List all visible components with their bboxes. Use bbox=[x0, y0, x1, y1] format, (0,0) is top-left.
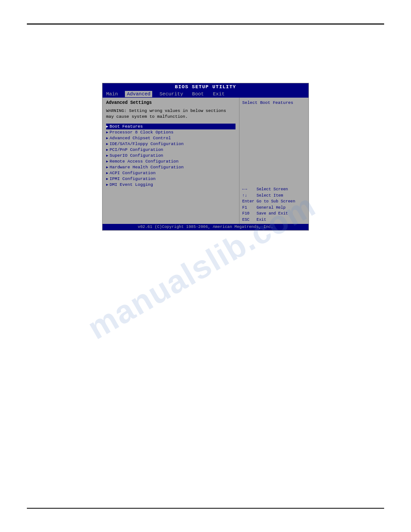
warning-line1: WARNING: Setting wrong values in below s… bbox=[106, 108, 226, 113]
menu-boot[interactable]: Boot bbox=[190, 91, 206, 97]
key-row-select-item: ↑↓ Select Item bbox=[242, 193, 306, 199]
list-item-superio[interactable]: ► SuperIO Configuration bbox=[106, 153, 235, 159]
key-arrows: ←→ bbox=[242, 187, 255, 193]
page: BIOS SETUP UTILITY Main Advanced Securit… bbox=[0, 0, 411, 532]
key-desc-f1: General Help bbox=[257, 205, 286, 211]
list-item-label: SuperIO Configuration bbox=[110, 153, 163, 158]
menu-security[interactable]: Security bbox=[158, 91, 185, 97]
key-desc-f10: Save and Exit bbox=[257, 211, 288, 217]
menu-exit[interactable]: Exit bbox=[211, 91, 226, 97]
list-item-label: IDE/SATA/Floppy Configuration bbox=[110, 142, 184, 146]
arrow-icon: ► bbox=[106, 142, 108, 146]
arrow-icon: ► bbox=[106, 177, 108, 181]
key-row-f1: F1 General Help bbox=[242, 205, 306, 211]
bios-content: Advanced Settings WARNING: Setting wrong… bbox=[103, 98, 308, 226]
key-desc-esc: Exit bbox=[257, 217, 266, 223]
key-desc-select-item: Select Item bbox=[257, 193, 283, 199]
bios-settings-list: ► Boot Features ► Processor 8 Clock Opti… bbox=[106, 124, 235, 188]
list-item-ide-sata[interactable]: ► IDE/SATA/Floppy Configuration bbox=[106, 141, 235, 147]
arrow-icon: ► bbox=[106, 136, 108, 140]
key-esc: ESC bbox=[242, 217, 255, 223]
arrow-icon: ► bbox=[106, 148, 108, 152]
list-item-label: Hardware Health Configuration bbox=[110, 165, 184, 170]
bios-menu-bar: Main Advanced Security Boot Exit bbox=[103, 90, 308, 98]
bottom-rule bbox=[27, 508, 384, 509]
list-item-hardware-health[interactable]: ► Hardware Health Configuration bbox=[106, 164, 235, 170]
key-updown: ↑↓ bbox=[242, 193, 255, 199]
arrow-icon: ► bbox=[106, 124, 108, 129]
arrow-icon: ► bbox=[106, 171, 108, 175]
list-item-label: PCI/PnP Configuration bbox=[110, 147, 163, 152]
list-item-label: ACPI Configuration bbox=[110, 171, 156, 176]
warning-line2: may cause system to malfunction. bbox=[106, 114, 188, 119]
list-item-pci-pnp[interactable]: ► PCI/PnP Configuration bbox=[106, 147, 235, 153]
list-item-label: Boot Features bbox=[110, 124, 143, 129]
bios-title: BIOS SETUP UTILITY bbox=[175, 84, 236, 90]
key-row-esc: ESC Exit bbox=[242, 217, 306, 223]
menu-advanced[interactable]: Advanced bbox=[125, 91, 152, 97]
arrow-icon: ► bbox=[106, 130, 108, 134]
key-f10: F10 bbox=[242, 211, 255, 217]
bios-footer-text: v02.61 (C)Copyright 1985-2006, American … bbox=[138, 225, 273, 229]
list-item-advanced-chipset[interactable]: ► Advanced Chipset Control bbox=[106, 135, 235, 141]
list-item-dmi[interactable]: ► DMI Event Logging bbox=[106, 182, 235, 188]
key-enter: Enter bbox=[242, 199, 255, 205]
list-item-processor-clock[interactable]: ► Processor 8 Clock Options bbox=[106, 129, 235, 135]
bios-warning: WARNING: Setting wrong values in below s… bbox=[106, 108, 235, 120]
key-row-enter: Enter Go to Sub Screen bbox=[242, 199, 306, 205]
key-f1: F1 bbox=[242, 205, 255, 211]
list-item-ipmi[interactable]: ► IPMI Configuration bbox=[106, 176, 235, 182]
arrow-icon: ► bbox=[106, 154, 108, 158]
bios-right-panel: Select Boot Features ←→ Select Screen ↑↓… bbox=[239, 98, 308, 226]
key-desc-enter: Go to Sub Screen bbox=[257, 199, 295, 205]
bios-screen: BIOS SETUP UTILITY Main Advanced Securit… bbox=[102, 83, 309, 231]
key-row-select-screen: ←→ Select Screen bbox=[242, 187, 306, 193]
list-item-label: IPMI Configuration bbox=[110, 176, 156, 181]
key-help: ←→ Select Screen ↑↓ Select Item Enter Go… bbox=[242, 187, 306, 223]
list-item-remote-access[interactable]: ► Remote Access Configuration bbox=[106, 159, 235, 164]
help-text: Select Boot Features bbox=[242, 100, 306, 105]
list-item-label: DMI Event Logging bbox=[110, 182, 153, 187]
bios-footer: v02.61 (C)Copyright 1985-2006, American … bbox=[103, 224, 308, 230]
key-row-f10: F10 Save and Exit bbox=[242, 211, 306, 217]
arrow-icon: ► bbox=[106, 183, 108, 187]
section-title: Advanced Settings bbox=[106, 100, 235, 105]
key-desc-select-screen: Select Screen bbox=[257, 187, 288, 193]
bios-title-bar: BIOS SETUP UTILITY bbox=[103, 83, 308, 90]
menu-main[interactable]: Main bbox=[104, 91, 120, 97]
list-item-boot-features[interactable]: ► Boot Features bbox=[106, 124, 235, 129]
list-item-acpi[interactable]: ► ACPI Configuration bbox=[106, 170, 235, 176]
list-item-label: Remote Access Configuration bbox=[110, 159, 179, 164]
bios-left-panel: Advanced Settings WARNING: Setting wrong… bbox=[103, 98, 239, 226]
list-item-label: Advanced Chipset Control bbox=[110, 136, 171, 141]
arrow-icon: ► bbox=[106, 159, 108, 163]
arrow-icon: ► bbox=[106, 165, 108, 169]
list-item-label: Processor 8 Clock Options bbox=[110, 130, 174, 135]
top-rule bbox=[27, 23, 384, 25]
